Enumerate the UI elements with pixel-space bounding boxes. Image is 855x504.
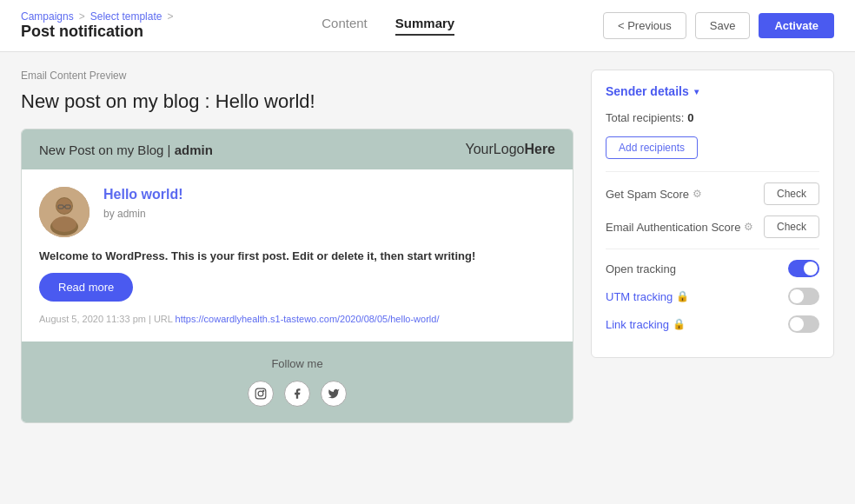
- svg-point-10: [263, 390, 264, 391]
- spam-score-label: Get Spam Score ⚙: [606, 188, 702, 201]
- svg-point-3: [56, 198, 72, 214]
- breadcrumb-sep2: >: [167, 10, 173, 23]
- total-recipients-value: 0: [687, 111, 693, 124]
- twitter-icon[interactable]: [321, 381, 347, 407]
- svg-point-9: [258, 391, 263, 396]
- activate-button[interactable]: Activate: [759, 13, 834, 38]
- breadcrumb-sep1: >: [79, 10, 85, 23]
- post-title[interactable]: Hello world!: [103, 187, 183, 202]
- tab-content[interactable]: Content: [321, 16, 368, 36]
- total-recipients-label: Total recipients:: [606, 111, 684, 124]
- avatar: [39, 187, 89, 237]
- toggle-knob-link: [790, 317, 804, 331]
- total-recipients-row: Total recipients: 0: [606, 110, 819, 124]
- auth-check-button[interactable]: Check: [764, 216, 819, 238]
- spam-info-icon[interactable]: ⚙: [693, 188, 702, 200]
- link-tracking-row: Link tracking 🔒: [606, 315, 819, 333]
- auth-score-label: Email Authentication Score ⚙: [606, 221, 753, 234]
- open-tracking-toggle[interactable]: [788, 260, 819, 277]
- utm-info-icon[interactable]: 🔒: [676, 290, 689, 302]
- post-item: Hello world! by admin: [39, 187, 555, 237]
- tab-nav: Content Summary: [173, 16, 603, 36]
- toggle-knob-utm: [790, 289, 804, 303]
- breadcrumb-select-template[interactable]: Select template: [90, 10, 162, 23]
- auth-info-icon[interactable]: ⚙: [744, 221, 753, 233]
- post-date: August 5, 2020 11:33 pm: [39, 314, 146, 324]
- post-url-sep: | URL: [149, 314, 176, 324]
- header-left: Campaigns > Select template > Post notif…: [21, 10, 173, 41]
- instagram-icon[interactable]: [248, 381, 274, 407]
- facebook-icon[interactable]: [284, 381, 310, 407]
- breadcrumb: Campaigns > Select template >: [21, 10, 173, 23]
- email-subject: New post on my blog : Hello world!: [21, 90, 573, 113]
- svg-point-4: [52, 216, 76, 232]
- sender-details-label: Sender details: [606, 84, 689, 98]
- toggle-knob-open: [804, 262, 818, 275]
- sender-details-title[interactable]: Sender details ▾: [606, 84, 819, 98]
- social-icons: [37, 381, 557, 407]
- open-tracking-row: Open tracking: [606, 260, 819, 277]
- post-content: Hello world! by admin: [103, 187, 183, 220]
- link-tracking-toggle[interactable]: [788, 315, 819, 333]
- header: Campaigns > Select template > Post notif…: [0, 0, 855, 52]
- divider-1: [606, 171, 819, 172]
- spam-score-row: Get Spam Score ⚙ Check: [606, 182, 819, 205]
- email-footer: Follow me: [22, 342, 573, 422]
- utm-tracking-row: UTM tracking 🔒: [606, 288, 819, 305]
- content-area: Email Content Preview New post on my blo…: [21, 70, 573, 487]
- email-header-bar: New Post on my Blog | admin YourLogoHere: [22, 129, 573, 169]
- chevron-down-icon: ▾: [694, 87, 699, 96]
- email-preview-label: Email Content Preview: [21, 70, 573, 82]
- spam-check-button[interactable]: Check: [764, 182, 819, 205]
- email-header-title: New Post on my Blog | admin: [39, 143, 213, 157]
- post-url-link[interactable]: https://cowardlyhealth.s1-tastewo.com/20…: [176, 314, 440, 324]
- post-author: by admin: [103, 208, 146, 220]
- logo-here: Here: [524, 142, 555, 156]
- divider-2: [606, 249, 819, 249]
- add-recipients-row: Add recipients: [606, 136, 819, 159]
- breadcrumb-campaigns[interactable]: Campaigns: [21, 10, 74, 23]
- open-tracking-label: Open tracking: [606, 262, 676, 275]
- link-tracking-label: Link tracking 🔒: [606, 318, 686, 331]
- read-more-button[interactable]: Read more: [39, 273, 133, 302]
- header-actions: < Previous Save Activate: [603, 12, 834, 39]
- email-header-bold: admin: [175, 143, 213, 157]
- save-button[interactable]: Save: [695, 12, 751, 39]
- page-title: Post notification: [21, 23, 173, 41]
- tab-summary[interactable]: Summary: [395, 16, 454, 36]
- email-body: Hello world! by admin Welcome to WordPre…: [22, 169, 573, 342]
- add-recipients-button[interactable]: Add recipients: [606, 136, 698, 159]
- svg-rect-8: [255, 388, 266, 399]
- post-excerpt: Welcome to WordPress. This is your first…: [39, 249, 555, 262]
- follow-me-text: Follow me: [37, 357, 557, 370]
- utm-tracking-toggle[interactable]: [788, 288, 819, 305]
- email-card: New Post on my Blog | admin YourLogoHere: [21, 129, 573, 423]
- post-excerpt-text: Welcome to WordPress. This is your first…: [39, 249, 475, 262]
- main-content: Email Content Preview New post on my blo…: [0, 52, 855, 504]
- previous-button[interactable]: < Previous: [603, 12, 686, 39]
- email-header-plain: New Post on my Blog |: [39, 143, 175, 157]
- link-info-icon[interactable]: 🔒: [673, 318, 686, 330]
- post-meta: August 5, 2020 11:33 pm | URL https://co…: [39, 314, 555, 324]
- utm-tracking-label: UTM tracking 🔒: [606, 290, 689, 303]
- sidebar: Sender details ▾ Total recipients: 0 Add…: [591, 70, 834, 358]
- email-logo: YourLogoHere: [466, 142, 556, 157]
- auth-score-row: Email Authentication Score ⚙ Check: [606, 216, 819, 238]
